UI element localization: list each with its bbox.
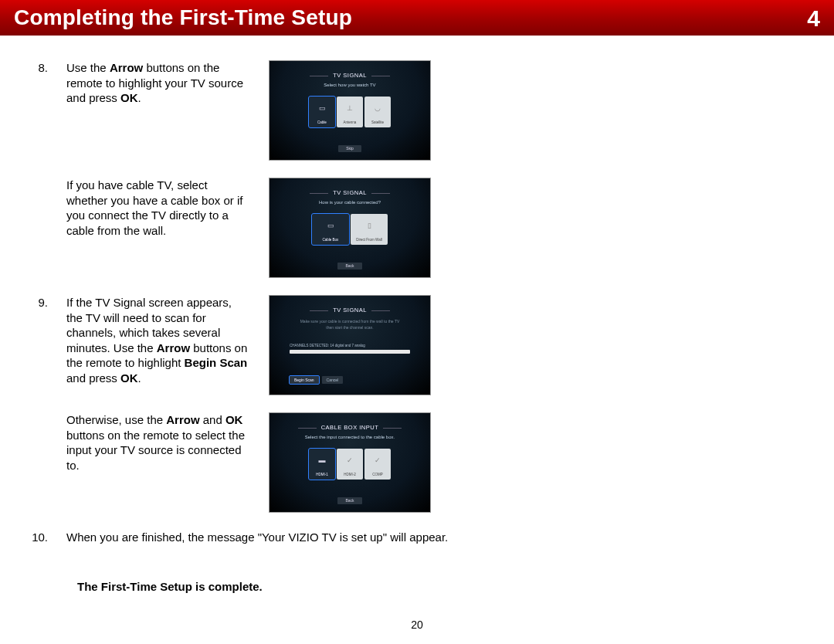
antenna-icon: ⊥ xyxy=(337,104,363,114)
scan-instructions: Make sure your cable is connected from t… xyxy=(270,319,430,330)
chapter-header: Completing the First-Time Setup 4 xyxy=(0,0,834,36)
step-text: If you have cable TV, select whether you… xyxy=(66,178,250,238)
tile-comp: ✓COMP xyxy=(364,449,391,480)
skip-row: Skip xyxy=(270,145,430,153)
back-button: Back xyxy=(337,497,361,505)
progress-bar xyxy=(290,350,410,354)
step-number: 9. xyxy=(31,295,48,310)
check-icon: ✓ xyxy=(337,456,363,466)
cable-box-input-screen: CABLE BOX INPUT Select the input connect… xyxy=(269,412,431,513)
page-number: 20 xyxy=(0,618,834,632)
progress-label: CHANNELS DETECTED: 14 digital and 7 anal… xyxy=(290,344,365,348)
cable-tiles: ▭Cable Box ▯Direct From Wall xyxy=(270,214,430,245)
screen-title: TV SIGNAL xyxy=(270,189,430,197)
completion-statement: The First-Time Setup is complete. xyxy=(31,579,803,595)
step-text: Otherwise, use the Arrow and OK buttons … xyxy=(66,412,250,473)
chapter-title: Completing the First-Time Setup xyxy=(14,4,352,32)
tile-hdmi-2: ✓HDMI-2 xyxy=(337,449,363,480)
tv-signal-source-screen: TV SIGNAL Select how you watch TV ▭Cable… xyxy=(269,60,431,161)
cablebox-icon: ▭ xyxy=(312,222,349,231)
screen-title: TV SIGNAL xyxy=(270,307,430,314)
tile-satellite: ◡Satellite xyxy=(364,97,391,127)
step-text: If the TV Signal screen appears, the TV … xyxy=(66,295,250,385)
scan-buttons: Begin Scan Cancel xyxy=(290,376,343,385)
screen-title: TV SIGNAL xyxy=(270,72,430,80)
cable-icon: ▭ xyxy=(309,104,335,114)
source-tiles: ▭Cable ⊥Antenna ◡Satellite xyxy=(270,97,430,127)
tile-antenna: ⊥Antenna xyxy=(337,97,363,127)
tile-cable: ▭Cable xyxy=(309,97,335,127)
tile-direct-wall: ▯Direct From Wall xyxy=(351,214,388,245)
step-8-part-2: If you have cable TV, select whether you… xyxy=(31,178,803,278)
screen-subtitle: Select how you watch TV xyxy=(270,83,430,89)
step-10: 10. When you are finished, the message "… xyxy=(31,530,803,545)
step-text: Use the Arrow buttons on the remote to h… xyxy=(66,60,250,106)
skip-button: Skip xyxy=(338,145,361,153)
back-button: Back xyxy=(337,263,361,270)
tile-hdmi-1: ▬HDMI-1 xyxy=(309,449,335,480)
back-row: Back xyxy=(270,497,430,505)
begin-scan-button: Begin Scan xyxy=(290,376,319,385)
cancel-button: Cancel xyxy=(322,376,344,385)
step-number: 10. xyxy=(31,530,48,545)
tv-signal-cable-screen: TV SIGNAL How is your cable connected? ▭… xyxy=(269,178,431,278)
step-8-part-1: 8. Use the Arrow buttons on the remote t… xyxy=(31,60,803,161)
wall-icon: ▯ xyxy=(351,222,388,231)
step-number: 8. xyxy=(31,60,48,76)
check-icon: ✓ xyxy=(364,456,391,466)
screen-subtitle: How is your cable connected? xyxy=(270,200,430,206)
back-row: Back xyxy=(270,263,430,270)
hdmi-icon: ▬ xyxy=(309,456,335,466)
input-tiles: ▬HDMI-1 ✓HDMI-2 ✓COMP xyxy=(270,449,430,480)
tile-cable-box: ▭Cable Box xyxy=(312,214,349,245)
satellite-icon: ◡ xyxy=(364,104,391,114)
step-9-part-1: 9. If the TV Signal screen appears, the … xyxy=(31,295,803,395)
tv-signal-scan-screen: TV SIGNAL Make sure your cable is connec… xyxy=(269,295,431,395)
screen-subtitle: Select the input connected to the cable … xyxy=(270,435,430,441)
chapter-number: 4 xyxy=(807,3,820,33)
step-9-part-2: Otherwise, use the Arrow and OK buttons … xyxy=(31,412,803,513)
page-content: 8. Use the Arrow buttons on the remote t… xyxy=(0,36,834,594)
step-text: When you are finished, the message "Your… xyxy=(66,530,468,545)
screen-title: CABLE BOX INPUT xyxy=(270,424,430,432)
